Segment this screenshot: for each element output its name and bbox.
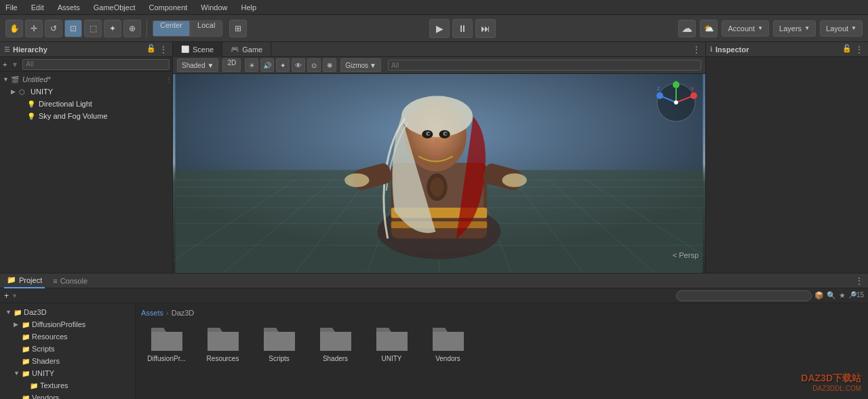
project-search-input[interactable] [676,290,812,301]
move-tool[interactable]: ✛ [25,20,43,37]
project-add-arrow[interactable]: ▼ [12,292,18,299]
collab-icon[interactable]: ⛅ [700,20,717,37]
menu-assets[interactable]: Assets [55,2,83,13]
hierarchy-lock-icon[interactable]: 🔓 [146,44,156,55]
hier-arrow-unity-icon: ▶ [11,88,19,95]
tree-item-daz3d[interactable]: ▼ 📁 Daz3D [0,306,135,318]
project-tab-icon: 📁 [7,276,16,284]
file-item-scripts[interactable]: Scripts [254,322,304,362]
tree-item-shaders[interactable]: 📁 Shaders [0,355,135,367]
inspector-options-icon[interactable]: ⋮ [854,44,864,55]
character-render [173,74,705,273]
layers-label: Layers [779,24,802,33]
tree-item-vendors[interactable]: 📁 Vendors [0,392,135,399]
menu-edit[interactable]: Edit [28,2,47,13]
toolbar: ✋ ✛ ↺ ⊡ ⬚ ✦ ⊕ Center Local ⊞ ▶ ⏸ ⏭ ☁ ⛅ A… [0,15,868,42]
breadcrumb-assets[interactable]: Assets [141,309,163,317]
account-dropdown[interactable]: Account ▼ [722,20,769,37]
scale-tool[interactable]: ⊡ [64,20,82,37]
menu-file[interactable]: File [3,2,20,13]
project-filter-icon[interactable]: 🔍 [827,291,836,300]
transform-tool[interactable]: ✦ [104,20,121,37]
layers-dropdown[interactable]: Layers ▼ [773,20,816,37]
console-tab[interactable]: ≡ Console [50,273,90,288]
file-label-diffusion: DiffusionPr... [147,355,186,362]
hier-more-icon[interactable]: ⋮ [165,76,172,83]
step-button[interactable]: ⏭ [475,19,496,38]
custom-tool[interactable]: ⊕ [123,20,141,37]
scene-extra1-icon[interactable]: ⊙ [307,58,321,72]
folder-svg-resources [206,322,240,353]
hier-item-sky-fog[interactable]: 💡 Sky and Fog Volume [0,110,172,122]
scene-extra2-icon[interactable]: ❋ [323,58,336,72]
project-add-button[interactable]: + [4,291,9,301]
hier-item-unity[interactable]: ▶ ⬡ UNITY [0,86,172,98]
hierarchy-search-input[interactable] [22,59,170,70]
watermark: DAZ3D下载站 DAZ3DDL.COM [801,373,861,392]
tree-item-scripts[interactable]: 📁 Scripts [0,343,135,355]
inspector-content [706,57,868,273]
scene-tab-more-icon[interactable]: ⋮ [692,44,701,55]
tree-item-textures[interactable]: 📁 Textures [0,379,135,392]
project-tab[interactable]: 📁 Project [4,273,45,288]
tree-item-resources[interactable]: 📁 Resources [0,330,135,343]
audio-icon[interactable]: 🔊 [260,58,274,72]
svg-point-40 [690,92,697,99]
menu-bar: File Edit Assets GameObject Component Wi… [0,0,868,15]
hier-item-untitled[interactable]: ▼ 🎬 Untitled* ⋮ [0,73,172,86]
scene-viewport[interactable]: X Y Z < Persp [173,74,705,273]
file-item-diffusion[interactable]: DiffusionPr... [141,322,192,362]
hand-tool[interactable]: ✋ [5,20,23,37]
local-button[interactable]: Local [190,20,222,37]
hierarchy-panel: ☰ Hierarchy 🔓 ⋮ + ▼ ▼ 🎬 Untitled* ⋮ ▶ ⬡ [0,42,173,273]
scene-search-input[interactable] [388,60,701,71]
rect-tool[interactable]: ⬚ [84,20,102,37]
layout-dropdown[interactable]: Layout ▼ [820,20,863,37]
folder-svg-scripts [262,322,296,353]
play-button[interactable]: ▶ [429,19,450,38]
tree-item-diffusion[interactable]: ▶ 📁 DiffusionProfiles [0,318,135,330]
gizmos-dropdown[interactable]: Gizmos ▼ [340,58,381,72]
tree-item-unity[interactable]: ▼ 📁 UNITY [0,367,135,379]
tree-label-textures: Textures [40,381,68,390]
file-item-unity-folder[interactable]: UNITY [366,322,417,362]
file-item-resources[interactable]: Resources [197,322,248,362]
project-toolbar-icons: 📦 🔍 ★ 🔎15 [814,291,864,300]
folder-icon-resources: 📁 [22,333,30,341]
view-2d-button[interactable]: 2D [222,58,241,72]
project-tree: ▼ 📁 Daz3D ▶ 📁 DiffusionProfiles 📁 Resour… [0,303,136,399]
file-item-vendors[interactable]: Vendors [422,322,473,362]
project-star-icon[interactable]: ★ [839,291,846,300]
scene-vis-icon[interactable]: 👁 [292,58,305,72]
hier-item-directional-light[interactable]: 💡 Directional Light [0,98,172,110]
lighting-icon[interactable]: ☀ [245,58,258,72]
project-packages-icon[interactable]: 📦 [814,291,824,300]
fx-icon[interactable]: ✦ [276,58,290,72]
pause-button[interactable]: ⏸ [452,19,473,38]
grid-button[interactable]: ⊞ [229,20,247,37]
cloud-services-icon[interactable]: ☁ [678,20,696,37]
hierarchy-add-button[interactable]: + [3,60,7,69]
shading-dropdown[interactable]: Shaded ▼ [177,58,218,72]
menu-gameobject[interactable]: GameObject [91,2,138,13]
project-options-icon[interactable]: ⋮ [854,276,864,286]
rotate-tool[interactable]: ↺ [45,20,62,37]
hierarchy-options-icon[interactable]: ⋮ [159,44,168,55]
tree-label-unity: UNITY [32,369,54,377]
file-item-shaders[interactable]: Shaders [310,322,361,362]
folder-icon-shaders: 📁 [22,358,30,365]
project-count: 🔎15 [848,291,864,300]
scene-background: X Y Z < Persp [173,74,705,273]
account-label: Account [728,24,755,33]
center-button[interactable]: Center [153,20,190,37]
scene-tab-icon: ⬜ [181,45,189,53]
inspector-lock-icon[interactable]: 🔓 [842,44,852,55]
tree-arrow-diffusion-icon: ▶ [14,321,22,328]
game-tab[interactable]: 🎮 Game [222,42,271,57]
menu-component[interactable]: Component [146,2,190,13]
svg-point-35 [502,174,526,187]
menu-help[interactable]: Help [238,2,259,13]
scene-gizmo-widget[interactable]: X Y Z [654,81,698,125]
scene-tab[interactable]: ⬜ Scene [173,42,222,57]
menu-window[interactable]: Window [198,2,230,13]
